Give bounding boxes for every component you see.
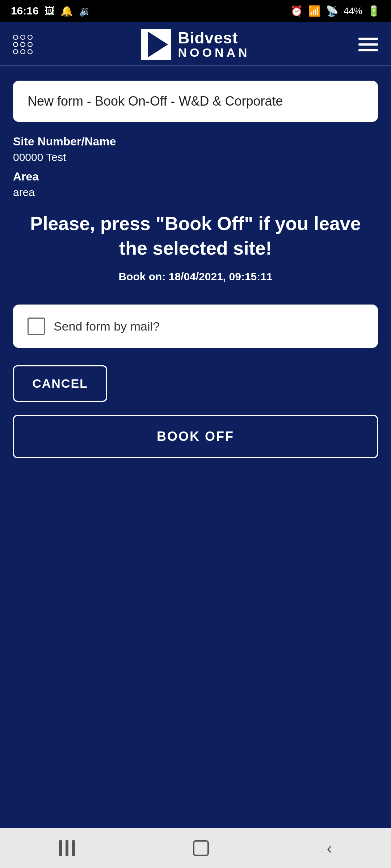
battery-text: 44% [344, 5, 362, 17]
site-info-section: Site Number/Name 00000 Test Area area [13, 135, 378, 212]
area-label: Area [13, 170, 378, 183]
send-mail-card: Send form by mail? [13, 305, 378, 348]
send-mail-checkbox[interactable] [28, 318, 45, 335]
sound-icon: 🔉 [79, 5, 92, 17]
app-header: Bidvest NOONAN [0, 22, 391, 66]
form-title-card: New form - Book On-Off - W&D & Corporate [13, 81, 378, 122]
notification-icon: 🔔 [60, 5, 73, 17]
alarm-icon: ⏰ [290, 5, 303, 17]
signal-icon: 📡 [326, 5, 339, 17]
brand-logo: Bidvest NOONAN [141, 29, 250, 60]
area-value: area [13, 186, 378, 199]
back-button[interactable]: ‹ [327, 839, 332, 857]
brand-name-line1: Bidvest [178, 29, 250, 47]
main-content: New form - Book On-Off - W&D & Corporate… [0, 66, 391, 828]
cancel-button[interactable]: CANCEL [13, 365, 107, 402]
home-button[interactable] [193, 840, 209, 856]
battery-icon: 🔋 [367, 5, 380, 17]
grid-icon[interactable] [13, 35, 33, 54]
wifi-icon: 📶 [308, 5, 321, 17]
status-bar: 16:16 🖼 🔔 🔉 ⏰ 📶 📡 44% 🔋 [0, 0, 391, 22]
photo-icon: 🖼 [45, 5, 55, 17]
book-off-button[interactable]: BOOK OFF [13, 415, 378, 458]
site-number-label: Site Number/Name [13, 135, 378, 148]
site-number-value: 00000 Test [13, 151, 378, 163]
main-instruction-message: Please, press "Book Off" if you leave th… [13, 212, 378, 260]
status-time: 16:16 [11, 5, 39, 17]
back-stack-icon[interactable] [59, 840, 75, 856]
send-mail-label: Send form by mail? [54, 319, 160, 333]
brand-name-line2: NOONAN [178, 46, 250, 60]
back-arrow-icon: ‹ [327, 839, 332, 857]
brand-name: Bidvest NOONAN [178, 29, 250, 60]
book-on-timestamp: Book on: 18/04/2021, 09:15:11 [13, 271, 378, 283]
bottom-nav-bar: ‹ [0, 828, 391, 868]
logo-icon [141, 29, 171, 60]
form-title: New form - Book On-Off - W&D & Corporate [28, 94, 283, 109]
hamburger-menu-button[interactable] [358, 38, 378, 51]
